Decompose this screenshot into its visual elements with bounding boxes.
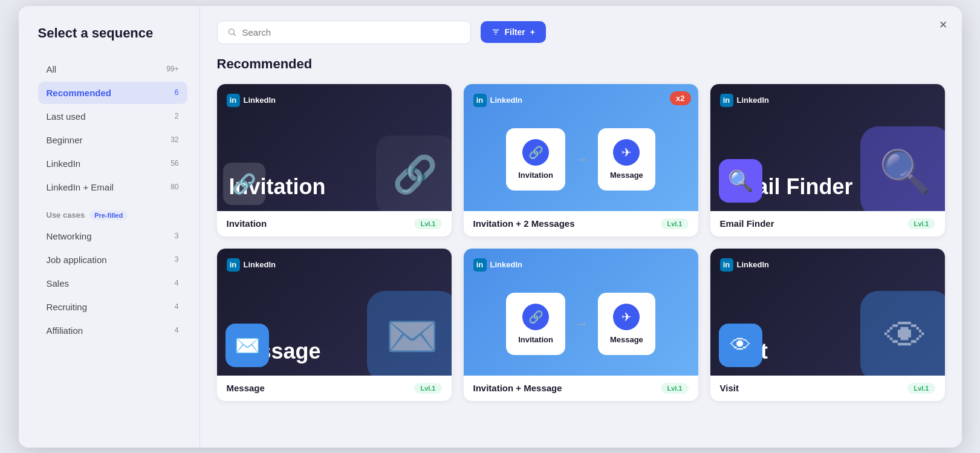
use-cases-section-label: Use cases Pre-filled	[47, 210, 187, 220]
sidebar-item-all[interactable]: All 99+	[38, 58, 187, 80]
sidebar-label: LinkedIn + Email	[47, 182, 114, 192]
sidebar-item-sales[interactable]: Sales 4	[38, 272, 187, 295]
sidebar-item-linkedin[interactable]: LinkedIn 56	[38, 152, 187, 175]
sidebar-item-affiliation[interactable]: Affiliation 4	[38, 319, 187, 342]
card-invitation-message[interactable]: in LinkedIn 🔗 Invitation → ✈ Message	[464, 249, 698, 401]
li-badge: in LinkedIn	[473, 258, 522, 272]
filter-button[interactable]: Filter +	[481, 21, 546, 43]
card-footer: Invitation Lvl.1	[217, 211, 452, 236]
card-thumb-inv2msg: in LinkedIn x2 🔗 Invitation → ✈ Message	[464, 84, 698, 211]
card-footer: Email Finder Lvl.1	[710, 211, 945, 236]
sidebar-count: 4	[175, 279, 179, 287]
card-thumb-invitation: in LinkedIn Invitation 🔗 🔗	[217, 84, 452, 211]
pre-filled-badge: Pre-filled	[89, 210, 128, 220]
level-badge: Lvl.1	[661, 383, 688, 394]
linkedin-icon: in	[473, 258, 487, 272]
linkedin-icon: in	[227, 94, 240, 107]
select-sequence-modal: Select a sequence All 99+ Recommended 6 …	[19, 6, 962, 448]
card-footer: Visit Lvl.1	[710, 376, 945, 401]
flow-box-label: Invitation	[518, 335, 553, 344]
send-icon: ✈	[613, 304, 640, 330]
sidebar-count: 4	[175, 326, 179, 334]
li-badge: in LinkedIn	[227, 94, 276, 107]
li-badge: in LinkedIn	[473, 94, 522, 107]
level-badge: Lvl.1	[414, 218, 441, 229]
flow-box-invitation: 🔗 Invitation	[506, 128, 565, 191]
card-name: Email Finder	[720, 218, 774, 229]
flow-box-label: Message	[610, 171, 643, 180]
linkedin-icon: in	[227, 258, 240, 272]
sidebar-item-networking[interactable]: Networking 3	[38, 225, 187, 247]
level-badge: Lvl.1	[907, 218, 935, 229]
card-thumb-visit: in LinkedIn Visit 👁 👁	[710, 249, 945, 376]
paper-plane-icon-small: ✉️	[226, 324, 269, 367]
sidebar-count: 2	[175, 112, 179, 120]
filter-icon	[492, 28, 500, 36]
sidebar-item-recruiting[interactable]: Recruiting 4	[38, 296, 187, 318]
card-invitation[interactable]: in LinkedIn Invitation 🔗 🔗 Invitation Lv…	[217, 84, 452, 236]
sidebar-count: 3	[175, 232, 179, 240]
eye-icon-small: 👁	[719, 324, 762, 367]
flow-box-invitation2: 🔗 Invitation	[506, 293, 565, 355]
paper-plane-icon-large: ✉️	[367, 291, 452, 376]
send-icon: ✈	[613, 139, 640, 166]
close-button[interactable]: ×	[939, 18, 947, 31]
sidebar-item-linkedin-email[interactable]: LinkedIn + Email 80	[38, 176, 187, 198]
top-bar: Filter +	[217, 21, 945, 44]
search-thumb-icon: 🔍	[719, 159, 762, 203]
link-icon: 🔗	[522, 139, 549, 166]
card-email-finder[interactable]: in LinkedIn Email Finder 🔍 🔍 Email Finde…	[710, 84, 945, 236]
card-name: Invitation	[227, 218, 267, 229]
card-footer: Invitation + Message Lvl.1	[464, 376, 698, 401]
flow-box-label: Message	[610, 335, 643, 344]
sidebar-label: Recruiting	[47, 302, 88, 312]
sidebar-item-recommended[interactable]: Recommended 6	[38, 82, 187, 104]
search-box[interactable]	[217, 21, 471, 44]
search-input[interactable]	[242, 27, 460, 37]
sidebar-count: 4	[175, 302, 179, 311]
card-footer: Message Lvl.1	[217, 376, 452, 401]
sidebar-item-beginner[interactable]: Beginner 32	[38, 129, 187, 151]
card-message[interactable]: in LinkedIn Message ✉️ ✉️ Message Lvl.1	[217, 249, 452, 401]
sidebar-item-last-used[interactable]: Last used 2	[38, 105, 187, 128]
card-invitation-2-messages[interactable]: in LinkedIn x2 🔗 Invitation → ✈ Message	[464, 84, 698, 236]
level-badge: Lvl.1	[414, 383, 441, 394]
li-badge: in LinkedIn	[227, 258, 276, 272]
sidebar-count: 56	[170, 159, 178, 168]
sidebar-label: LinkedIn	[47, 158, 81, 169]
card-visit[interactable]: in LinkedIn Visit 👁 👁 Visit Lvl.1	[710, 249, 945, 401]
li-badge: in LinkedIn	[720, 258, 769, 272]
li-text: LinkedIn	[490, 260, 522, 269]
linkedin-icon: in	[720, 94, 733, 107]
sidebar-label: Sales	[47, 278, 70, 288]
sidebar-label: All	[47, 64, 57, 74]
card-name: Message	[227, 383, 265, 393]
sidebar-count: 99+	[166, 65, 178, 73]
eye-icon-large: 👁	[860, 291, 945, 376]
li-badge: in LinkedIn	[720, 94, 769, 107]
search-icon	[227, 27, 236, 37]
card-thumb-email-finder: in LinkedIn Email Finder 🔍 🔍	[710, 84, 945, 211]
sidebar-label: Recommended	[47, 88, 112, 98]
svg-line-1	[233, 34, 235, 36]
li-text: LinkedIn	[244, 260, 276, 269]
search-thumb-large: 🔍	[860, 126, 945, 211]
li-text: LinkedIn	[490, 96, 522, 105]
sidebar-item-job-application[interactable]: Job application 3	[38, 249, 187, 271]
linkedin-icon: in	[473, 94, 487, 107]
card-footer: Invitation + 2 Messages Lvl.1	[464, 211, 698, 236]
x2-badge: x2	[670, 91, 690, 105]
chain-icon-small: 🔗	[223, 163, 265, 205]
main-content: Filter + Recommended in LinkedIn Invitat…	[200, 6, 962, 448]
link-icon: 🔗	[522, 304, 549, 330]
card-thumb-message: in LinkedIn Message ✉️ ✉️	[217, 249, 452, 376]
section-heading: Recommended	[217, 56, 945, 72]
filter-label: Filter	[505, 27, 525, 37]
flow-box-message: ✈ Message	[598, 128, 655, 191]
card-name: Invitation + Message	[473, 383, 562, 393]
sidebar-count: 80	[170, 183, 178, 191]
flow-box-message2: ✈ Message	[598, 293, 655, 355]
sidebar: Select a sequence All 99+ Recommended 6 …	[19, 6, 200, 448]
level-badge: Lvl.1	[661, 218, 688, 229]
sidebar-label: Beginner	[47, 135, 83, 145]
